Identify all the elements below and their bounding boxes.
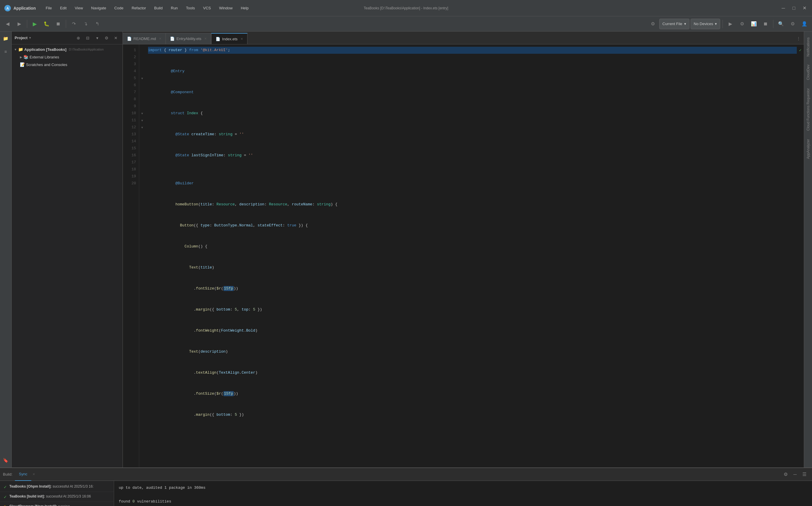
sidebar-project-icon[interactable]: 📁 [1,34,10,43]
code-line-17: Text(description) [148,341,797,362]
build-success-0-icon: ✓ [3,485,7,489]
code-line-10: homeButton(title: Resource, description:… [148,194,797,215]
readme-close[interactable]: ✕ [159,37,161,40]
bottom-minimize-icon[interactable]: ─ [790,470,800,479]
code-line-15: .margin({ bottom: 5, top: 5 }) [148,299,797,320]
menu-window[interactable]: Window [215,5,236,11]
bottom-list-icon[interactable]: ☰ [800,470,809,479]
notifications-label[interactable]: Notifications [806,34,810,60]
tree-root-item[interactable]: ▼ 📁 Application [TeaBooks] D:\TeaBooks\A… [12,46,123,53]
project-label: Project [15,36,27,40]
menu-refactor[interactable]: Refactor [128,5,150,11]
forward-button[interactable]: ▶ [14,19,24,29]
build-item-2-name: CloudProgram [Npm Install]: [9,504,57,506]
menu-edit[interactable]: Edit [56,5,70,11]
locate-icon[interactable]: ⊕ [75,34,82,42]
menu-help[interactable]: Help [236,5,253,11]
code-line-8 [148,166,797,173]
folder-icon: 📁 [18,47,23,52]
menu-vcs[interactable]: VCS [199,5,215,11]
menu-bar: File Edit View Navigate Code Refactor Bu… [42,5,253,11]
maximize-button[interactable]: □ [790,4,798,12]
separator-1 [27,20,27,28]
separator-2 [66,20,66,28]
scratches-item[interactable]: 📝 Scratches and Consoles [12,61,123,68]
menu-tools[interactable]: Tools [182,5,199,11]
root-path: D:\TeaBooks\Application [69,48,104,51]
step-over-button[interactable]: ↷ [68,19,79,29]
ext-arrow-icon: ▶ [20,56,22,59]
sync-tab[interactable]: Sync [15,468,31,481]
code-line-11: Button({ type: ButtonType.Normal, stateE… [148,215,797,236]
no-devices-dropdown[interactable]: No Devices ▾ [691,19,720,29]
fold-10[interactable]: ▼ [139,110,145,117]
search-icon[interactable]: 🔍 [776,19,786,29]
output-line-2 [119,491,807,498]
build-output[interactable]: up to date, audited 1 package in 360ms f… [114,481,812,506]
menu-file[interactable]: File [42,5,56,11]
menu-navigate[interactable]: Navigate [87,5,110,11]
entryability-name: EntryAbility.ets [177,36,201,41]
main-area: 📁 ≡ 🔖 Project ▾ ⊕ ⊟ ▾ ⚙ ✕ ▼ 📁 Applicatio… [0,31,812,468]
current-file-dropdown[interactable]: Current File ▾ [659,19,689,29]
code-line-16: .fontWeight(FontWeight.Bold) [148,320,797,341]
tab-more-button[interactable]: ⋮ [793,33,804,44]
stop-button[interactable]: ⏹ [53,19,63,29]
build-item-2[interactable]: ⟳ CloudProgram [Npm Install]: running... [0,502,114,506]
step-into-button[interactable]: ↴ [80,19,91,29]
user-icon[interactable]: 👤 [799,19,810,29]
code-content[interactable]: import { router } from '@kit.ArkUI'; @En… [145,45,797,468]
menu-view[interactable]: View [71,5,87,11]
build-item-0[interactable]: ✓ TeaBooks [Ohpm Install]: successful At… [0,482,114,492]
output-line-1: up to date, audited 1 package in 360ms [119,484,807,491]
tree-settings-icon[interactable]: ⚙ [103,34,110,42]
bottom-settings-icon[interactable]: ⚙ [781,470,790,479]
fold-5[interactable]: ▼ [139,75,145,82]
stop-config-button[interactable]: ⏹ [760,19,771,29]
build-tab-label: Build: [3,472,13,477]
appanalyzer-label[interactable]: AppAnalyzer [806,136,810,162]
index-icon: 📄 [216,37,220,41]
sync-close-button[interactable]: ✕ [32,473,35,476]
back-button[interactable]: ◀ [2,19,13,29]
sidebar-structure-icon[interactable]: ≡ [1,47,10,56]
fold-11[interactable]: ▼ [139,117,145,124]
debug-config-button[interactable]: ⚙ [737,19,747,29]
debug-button[interactable]: 🐛 [41,19,52,29]
settings-icon[interactable]: ⚙ [648,19,658,29]
file-tree-panel: Project ▾ ⊕ ⊟ ▾ ⚙ ✕ ▼ 📁 Application [Tea… [12,31,123,468]
minimize-button[interactable]: ─ [779,4,788,12]
filter-icon[interactable]: ▾ [93,34,101,42]
collapse-all-icon[interactable]: ⊟ [84,34,91,42]
root-arrow-icon: ▼ [14,48,17,51]
build-item-1[interactable]: ✓ TeaBooks [build init]: successful At 2… [0,492,114,502]
tab-entryability[interactable]: 📄 EntryAbility.ets ✕ [166,33,211,44]
menu-run[interactable]: Run [167,5,182,11]
settings-2-icon[interactable]: ⚙ [788,19,798,29]
entryability-close[interactable]: ✕ [204,37,207,40]
project-dropdown-arrow[interactable]: ▾ [29,36,31,40]
close-button[interactable]: ✕ [800,4,809,12]
profile-button[interactable]: 📊 [749,19,759,29]
clouddev-label[interactable]: CloudDev [806,61,810,84]
tab-readme[interactable]: 📄 README.md ✕ [123,33,166,44]
code-line-7: @State lastSignInTime: string = '' [148,145,797,166]
tree-close-icon[interactable]: ✕ [112,34,120,42]
cloud-functions-label[interactable]: Cloud Functions Requestor [806,85,810,134]
code-line-3: @Entry [148,61,797,82]
build-item-1-name: TeaBooks [build init]: [9,494,45,498]
output-line-3: found 0 vulnerabilities [119,498,807,505]
run-config-button[interactable]: ▶ [725,19,736,29]
tab-index[interactable]: 📄 Index.ets ✕ [211,33,248,44]
index-close[interactable]: ✕ [241,37,243,41]
line-numbers: 1 2 3 4 5 6 7 8 9 10 11 12 13 14 15 16 1… [123,45,139,468]
external-libraries-item[interactable]: ▶ 📚 External Libraries [12,53,123,61]
build-running-icon: ⟳ [3,505,7,506]
fold-12[interactable]: ▼ [139,124,145,131]
run-button[interactable]: ▶ [29,19,40,29]
sidebar-bookmarks-icon[interactable]: 🔖 [1,456,10,465]
menu-build[interactable]: Build [150,5,167,11]
menu-code[interactable]: Code [110,5,128,11]
build-list: ✓ TeaBooks [Ohpm Install]: successful At… [0,481,114,506]
step-out-button[interactable]: ↰ [92,19,103,29]
